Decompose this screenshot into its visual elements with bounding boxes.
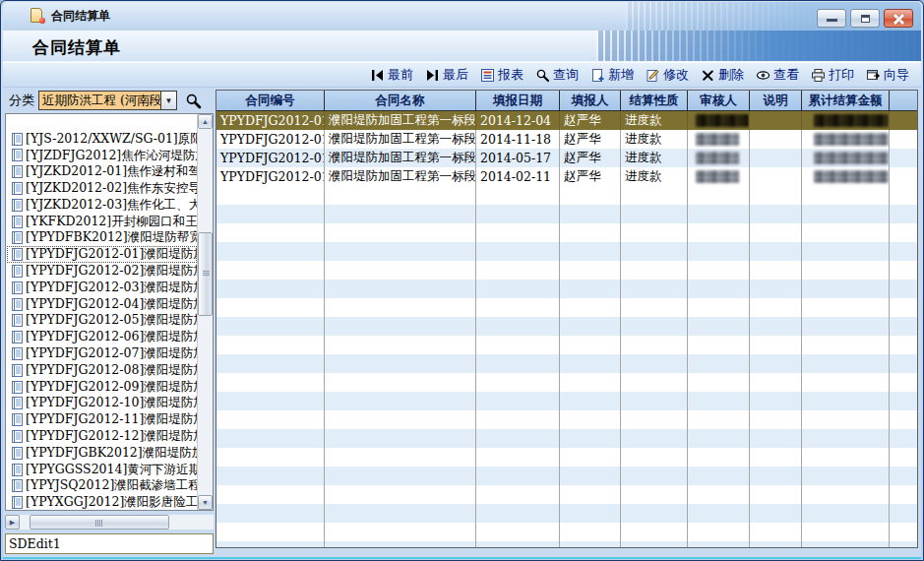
view-button[interactable]: 查看 bbox=[750, 63, 805, 87]
minimize-button[interactable] bbox=[817, 9, 846, 28]
list-item[interactable]: [YJZKD2012-01]焦作逯村和驾.. bbox=[7, 163, 197, 180]
list-horizontal-scrollbar[interactable]: ◀ ▶ bbox=[5, 515, 214, 530]
close-icon bbox=[885, 10, 912, 27]
list-item[interactable]: [YJZDFJG2012]焦作沁河堤防加.. bbox=[7, 148, 197, 164]
list-item[interactable]: [YKFKD2012]开封柳园口和王庵. bbox=[7, 214, 197, 230]
list-item[interactable]: [YPYDFJG2012-12]濮阳堤防加.. bbox=[7, 428, 197, 445]
query-button[interactable]: 查询 bbox=[529, 63, 585, 87]
list-item-label: [YPYDFJG2012-03]濮阳堤防加.. bbox=[26, 280, 197, 296]
titlebar[interactable]: 合同结算单 bbox=[3, 2, 921, 31]
cell-auditor bbox=[688, 149, 750, 167]
modify-label: 修改 bbox=[663, 66, 689, 84]
document-icon bbox=[10, 447, 23, 460]
list-item[interactable]: [YPYDFJG2012-07]濮阳堤防加.. bbox=[7, 345, 197, 362]
col-note[interactable]: 说明 bbox=[750, 91, 802, 110]
list-item[interactable]: [YPYDFJG2012-08]濮阳堤防加.. bbox=[7, 362, 197, 379]
list-item[interactable]: [YJZKD2012-02]焦作东安控导工 bbox=[7, 180, 197, 197]
delete-label: 删除 bbox=[718, 66, 744, 84]
cell-auditor bbox=[688, 130, 750, 149]
redacted-auditor-value bbox=[696, 152, 739, 164]
col-report-date[interactable]: 填报日期 bbox=[476, 91, 560, 110]
close-button[interactable] bbox=[884, 9, 913, 28]
list-item[interactable]: [YPYDFJG2012-01]濮阳堤防加.. bbox=[7, 246, 197, 263]
header-building-decor bbox=[596, 31, 921, 61]
category-dropdown[interactable]: 近期防洪工程 (河南段) ▼ bbox=[38, 91, 177, 110]
sdedit-field[interactable] bbox=[5, 533, 214, 554]
maximize-icon bbox=[861, 15, 870, 23]
list-item[interactable]: [YPYDFJG2012-04]濮阳堤防加.. bbox=[7, 296, 197, 313]
list-item[interactable]: [YPYGGSS2014]黄河下游近期防. bbox=[7, 462, 197, 478]
col-settlement-type[interactable]: 结算性质 bbox=[621, 91, 688, 110]
table-header: 合同编号 合同名称 填报日期 填报人 结算性质 审核人 说明 累计结算金额 bbox=[216, 91, 917, 111]
cell-contract-name: 濮阳堤防加固工程第一标段 bbox=[325, 149, 476, 167]
chevron-down-icon[interactable]: ▼ bbox=[160, 92, 176, 109]
query-label: 查询 bbox=[553, 66, 579, 84]
table-row[interactable]: YPYDFJG2012-01 濮阳堤防加固工程第一标段 2014-12-04 赵… bbox=[216, 111, 917, 130]
table-row[interactable]: YPYDFJG2012-01 濮阳堤防加固工程第一标段 2014-11-18 赵… bbox=[216, 130, 917, 149]
cell-settlement-type: 进度款 bbox=[621, 111, 688, 130]
list-item[interactable]: [YPYDFJG2012-06]濮阳堤防加.. bbox=[7, 329, 197, 345]
document-icon bbox=[10, 464, 23, 476]
list-item[interactable] bbox=[7, 114, 197, 131]
list-item[interactable]: [YPYDFJG2012-09]濮阳堤防加.. bbox=[7, 379, 197, 396]
last-record-label: 最后 bbox=[443, 66, 468, 84]
list-item-label: [YPYXGGJ2012]濮阳影唐险工改. bbox=[26, 494, 197, 510]
list-item[interactable]: [YPYDFJG2012-11]濮阳堤防加.. bbox=[7, 411, 197, 428]
table-row[interactable]: YPYDFJG2012-01 濮阳堤防加固工程第一标段 2014-05-17 赵… bbox=[216, 149, 917, 167]
cell-note bbox=[750, 111, 802, 130]
gridline bbox=[620, 186, 621, 547]
document-icon bbox=[10, 397, 23, 409]
app-window: 合同结算单 合同结算单 最前 最后 报表 查询 新 bbox=[0, 0, 924, 561]
search-icon bbox=[185, 93, 202, 109]
add-label: 新增 bbox=[608, 66, 634, 84]
col-total-amount[interactable]: 累计结算金额 bbox=[802, 91, 890, 110]
list-item[interactable]: [YPYDFBK2012]濮阳堤防帮宽工程 bbox=[7, 230, 197, 247]
scroll-down-icon[interactable]: ▼ bbox=[198, 495, 213, 510]
document-icon bbox=[10, 216, 23, 228]
col-auditor[interactable]: 审核人 bbox=[688, 91, 750, 110]
list-item[interactable]: [YPYDFJG2012-10]濮阳堤防加.. bbox=[7, 396, 197, 412]
wizard-button[interactable]: 向导 bbox=[860, 63, 915, 87]
list-item[interactable]: [YPYXGGJ2012]濮阳影唐险工改. bbox=[7, 494, 197, 510]
gridline bbox=[687, 186, 688, 547]
cell-contract-code: YPYDFJG2012-01 bbox=[216, 111, 325, 130]
list-item[interactable]: [YPYDFJGBK2012]濮阳堤防加固. bbox=[7, 445, 197, 462]
scroll-right-icon[interactable]: ▶ bbox=[5, 515, 20, 530]
minimize-icon bbox=[827, 19, 837, 22]
cell-report-date: 2014-11-18 bbox=[476, 130, 560, 149]
last-record-button[interactable]: 最后 bbox=[419, 63, 474, 87]
list-item[interactable]: [YJZKD2012-03]焦作化工、大.. bbox=[7, 197, 197, 214]
add-button[interactable]: 新增 bbox=[585, 63, 640, 87]
print-button[interactable]: 打印 bbox=[805, 63, 860, 87]
col-contract-name[interactable]: 合同名称 bbox=[325, 91, 476, 110]
vertical-scroll-thumb[interactable] bbox=[198, 232, 213, 316]
delete-button[interactable]: 删除 bbox=[695, 63, 750, 87]
report-button[interactable]: 报表 bbox=[474, 63, 529, 87]
maximize-button[interactable] bbox=[850, 9, 880, 28]
document-icon bbox=[10, 430, 23, 443]
list-item-label: [YJZKD2012-02]焦作东安控导工 bbox=[26, 180, 197, 197]
table-body: YPYDFJG2012-01 濮阳堤防加固工程第一标段 2014-12-04 赵… bbox=[216, 111, 917, 547]
modify-button[interactable]: 修改 bbox=[640, 63, 695, 87]
list-item[interactable]: [YPYDFJG2012-02]濮阳堤防加.. bbox=[7, 263, 197, 280]
document-icon bbox=[10, 199, 23, 212]
page-title: 合同结算单 bbox=[32, 36, 121, 59]
list-vertical-scrollbar[interactable]: ▲ ▼ bbox=[197, 114, 213, 510]
list-item[interactable]: [YPYDFJG2012-03]濮阳堤防加.. bbox=[7, 280, 197, 296]
list-item-label: [YPYDFJG2012-12]濮阳堤防加.. bbox=[26, 428, 197, 445]
col-contract-code[interactable]: 合同编号 bbox=[216, 91, 325, 110]
first-record-button[interactable]: 最前 bbox=[364, 63, 419, 87]
scroll-up-icon[interactable]: ▲ bbox=[198, 114, 213, 129]
gridline bbox=[801, 186, 802, 547]
list-item[interactable]: [YPYDFJG2012-05]濮阳堤防加.. bbox=[7, 313, 197, 330]
list-item[interactable]: [YPYJSQ2012]濮阳截渗墙工程 bbox=[7, 478, 197, 495]
list-item-label: [YJZKD2012-01]焦作逯村和驾.. bbox=[26, 163, 197, 180]
contract-list-items: [YJS-2012/XXWZ/SG-01]原阳武.. [YJZDFJG2012]… bbox=[7, 114, 197, 510]
redacted-amount-value bbox=[814, 133, 889, 146]
horizontal-scroll-thumb[interactable] bbox=[30, 515, 169, 530]
list-item-label: [YPYDFJG2012-06]濮阳堤防加.. bbox=[26, 329, 197, 345]
col-reporter[interactable]: 填报人 bbox=[560, 91, 621, 110]
table-row[interactable]: YPYDFJG2012-01 濮阳堤防加固工程第一标段 2014-02-11 赵… bbox=[216, 167, 917, 186]
category-search-button[interactable] bbox=[183, 91, 203, 110]
list-item[interactable]: [YJS-2012/XXWZ/SG-01]原阳武.. bbox=[7, 131, 197, 148]
